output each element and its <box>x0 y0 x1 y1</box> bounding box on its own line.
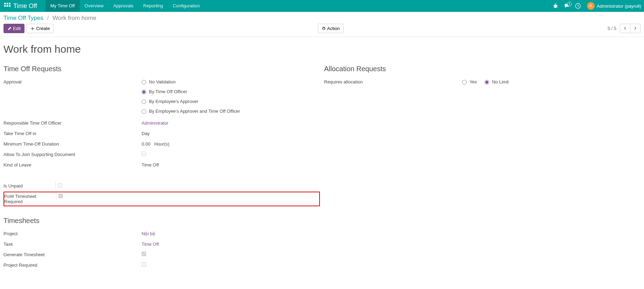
edit-button[interactable]: Edit <box>3 24 24 33</box>
pager-text: 5 / 5 <box>608 26 616 31</box>
checkbox-is-unpaid <box>58 183 62 188</box>
checkbox-project-required <box>142 262 146 267</box>
radio-alloc-yes[interactable]: Yes <box>462 79 477 86</box>
radio-by-approver[interactable]: By Employee's Approver <box>142 98 320 105</box>
label-is-unpaid: Is Unpaid <box>3 182 55 190</box>
label-approval: Approval <box>3 79 142 86</box>
chevron-left-icon <box>623 27 627 30</box>
nav-my-time-off[interactable]: My Time Off <box>45 0 80 12</box>
pow-highlight: PoW Timesheet Required <box>3 192 320 206</box>
breadcrumb: Time Off Types / Work from home <box>3 15 96 22</box>
value-project[interactable]: Nội bộ <box>142 231 155 236</box>
value-min-duration: 0.00 Hour(s) <box>142 141 320 148</box>
top-navbar: Time Off My Time Off Overview Approvals … <box>0 0 644 12</box>
label-min-duration: Minimum Time-Off Duration <box>3 141 142 148</box>
radio-no-validation[interactable]: No Validation <box>142 79 320 86</box>
breadcrumb-parent[interactable]: Time Off Types <box>3 15 43 21</box>
checkbox-generate-timesheet <box>142 252 146 256</box>
conversations-badge: 1 <box>567 2 572 6</box>
chevron-right-icon <box>634 27 637 30</box>
value-kind: Time Off <box>142 162 320 169</box>
activities-icon[interactable] <box>575 3 581 9</box>
gear-icon <box>322 27 326 31</box>
app-title[interactable]: Time Off <box>13 2 37 10</box>
value-responsible[interactable]: Administrator <box>142 120 169 126</box>
label-requires-allocation: Requires allocation <box>324 79 462 86</box>
svg-rect-0 <box>4 3 6 5</box>
svg-rect-5 <box>9 5 11 7</box>
section-allocation: Allocation Requests <box>324 65 641 73</box>
label-responsible: Responsible Time Off Officer <box>3 120 142 127</box>
pencil-icon <box>7 27 12 31</box>
label-pow: PoW Timesheet Required <box>4 192 56 206</box>
radio-alloc-nolimit[interactable]: No Limit <box>485 79 509 86</box>
action-button[interactable]: Action <box>318 24 344 33</box>
user-menu[interactable]: A Administrator (payroll) <box>587 2 641 10</box>
page-title: Work from home <box>3 43 641 55</box>
nav-configuration[interactable]: Configuration <box>168 0 205 12</box>
section-timesheets: Timesheets <box>3 217 320 225</box>
nav-overview[interactable]: Overview <box>80 0 108 12</box>
conversations-icon[interactable]: 1 <box>564 3 570 9</box>
svg-rect-4 <box>7 5 8 7</box>
label-generate-timesheet: Generate Timesheet <box>3 251 142 258</box>
label-project: Project <box>3 230 142 237</box>
value-take-in: Day <box>142 130 320 137</box>
pager: 5 / 5 <box>608 24 641 33</box>
allocation-radio-group: Yes No Limit <box>462 79 641 86</box>
label-task: Task <box>3 241 142 248</box>
section-timeoff-requests: Time Off Requests <box>3 65 320 73</box>
plus-icon <box>30 27 35 31</box>
breadcrumb-current: Work from home <box>52 15 96 21</box>
checkbox-pow <box>58 194 63 198</box>
label-allow-doc: Allow To Join Supporting Document <box>3 151 142 158</box>
svg-rect-1 <box>7 3 8 5</box>
label-take-in: Take Time Off in <box>3 130 142 137</box>
bug-icon[interactable] <box>553 3 558 9</box>
svg-rect-3 <box>4 5 6 7</box>
label-kind: Kind of Leave <box>3 162 142 169</box>
pager-next[interactable] <box>630 24 640 33</box>
avatar: A <box>587 2 595 10</box>
approval-radio-group: No Validation By Time Off Officer By Emp… <box>142 79 320 115</box>
checkbox-allow-doc <box>142 151 146 156</box>
label-project-required: Project Required <box>3 262 142 269</box>
apps-icon[interactable] <box>4 3 10 9</box>
radio-by-officer[interactable]: By Time Off Officer <box>142 88 320 95</box>
pager-prev[interactable] <box>620 24 630 33</box>
create-button[interactable]: Create <box>27 24 53 33</box>
svg-rect-2 <box>9 3 11 5</box>
nav-reporting[interactable]: Reporting <box>138 0 168 12</box>
nav-approvals[interactable]: Approvals <box>108 0 138 12</box>
radio-by-both[interactable]: By Employee's Approver and Time Off Offi… <box>142 108 320 115</box>
value-task[interactable]: Time Off <box>142 242 159 247</box>
user-name: Administrator (payroll) <box>597 3 641 9</box>
